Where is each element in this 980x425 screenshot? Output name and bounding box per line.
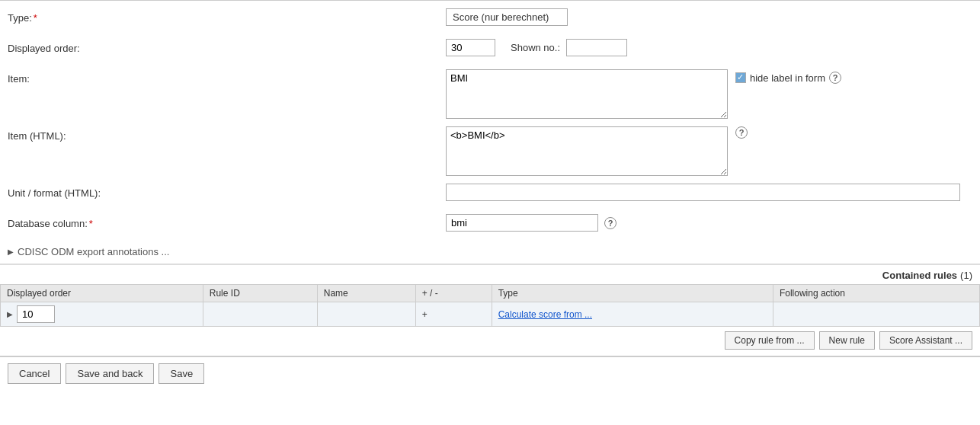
rules-header-row: Contained rules (1) [0,265,980,284]
item-html-textarea[interactable]: <b>BMI</b> [446,126,728,176]
rules-section: Contained rules (1) Displayed order Rule… [0,264,980,354]
item-textarea[interactable]: BMI [446,69,728,119]
row-type-link[interactable]: Calculate score from ... [498,309,592,320]
displayed-order-control: Shown no.: [446,39,972,56]
item-html-row: Item (HTML): <b>BMI</b> ? [8,126,972,176]
item-html-label: Item (HTML): [8,126,446,142]
form-container: Type:* Score (nur berechnet) Displayed o… [0,0,980,425]
item-html-help-icon[interactable]: ? [735,126,748,139]
row-name-cell [317,302,415,327]
rules-table-header-row: Displayed order Rule ID Name + / - Type … [1,285,980,302]
score-assistant-button[interactable]: Score Assistant ... [879,331,972,350]
displayed-order-label: Displayed order: [8,39,446,54]
unit-format-label: Unit / format (HTML): [8,184,446,199]
form-body: Type:* Score (nur berechnet) Displayed o… [0,1,980,257]
col-displayed-order: Displayed order [1,285,203,302]
displayed-order-row: Displayed order: Shown no.: [8,39,972,62]
item-control: BMI hide label in form ? [446,69,972,119]
item-row: Item: BMI hide label in form ? [8,69,972,119]
type-select[interactable]: Score (nur berechnet) [446,8,568,26]
rules-title: Contained rules [882,270,957,281]
row-arrow-icon[interactable]: ▶ [7,310,13,318]
row-rule-id-cell [203,302,317,327]
type-label: Type:* [8,8,446,24]
displayed-order-input[interactable] [446,39,495,56]
col-name: Name [317,285,415,302]
rules-action-row: Copy rule from ... New rule Score Assist… [0,327,980,354]
rules-count: (1) [960,270,972,281]
row-following-action-cell [773,302,979,327]
footer-bar: Cancel Save and back Save [0,356,980,390]
database-column-control: ? [446,214,972,232]
cancel-button[interactable]: Cancel [8,363,61,384]
item-label: Item: [8,69,446,85]
cdisc-link[interactable]: CDISC ODM export annotations ... [18,246,169,257]
unit-format-input[interactable] [446,184,960,201]
row-order-input[interactable] [17,305,55,323]
col-rule-id: Rule ID [203,285,317,302]
rules-table: Displayed order Rule ID Name + / - Type … [0,284,980,327]
type-row: Type:* Score (nur berechnet) [8,8,972,31]
row-plus-minus-cell: + [415,302,492,327]
unit-format-row: Unit / format (HTML): [8,184,972,206]
hide-label-text: hide label in form [750,72,825,84]
hide-label-help-icon[interactable]: ? [829,72,841,84]
item-html-control: <b>BMI</b> ? [446,126,972,176]
database-column-input[interactable] [446,214,598,232]
database-column-row: Database column:* ? [8,214,972,237]
save-button[interactable]: Save [159,363,204,384]
type-control-area: Score (nur berechnet) [446,8,972,26]
order-input-cell: ▶ [7,305,197,323]
shown-no-input[interactable] [566,39,627,56]
shown-no-label: Shown no.: [511,39,560,53]
cdisc-triangle-icon[interactable]: ▶ [8,248,14,256]
cdisc-row: ▶ CDISC ODM export annotations ... [8,244,972,257]
col-type: Type [492,285,773,302]
hide-label-area: hide label in form ? [735,69,841,84]
col-plus-minus: + / - [415,285,492,302]
new-rule-button[interactable]: New rule [819,331,875,350]
copy-rule-button[interactable]: Copy rule from ... [725,331,815,350]
col-following-action: Following action [773,285,979,302]
hide-label-checkbox[interactable] [735,72,746,83]
database-column-label: Database column:* [8,214,446,229]
unit-format-control [446,184,972,201]
save-and-back-button[interactable]: Save and back [66,363,154,384]
row-type-cell: Calculate score from ... [492,302,773,327]
row-displayed-order-cell: ▶ [1,302,203,327]
table-row: ▶ + Calculate score from ... [1,302,980,327]
db-column-help-icon[interactable]: ? [604,217,617,229]
item-html-help-area: ? [728,126,748,141]
